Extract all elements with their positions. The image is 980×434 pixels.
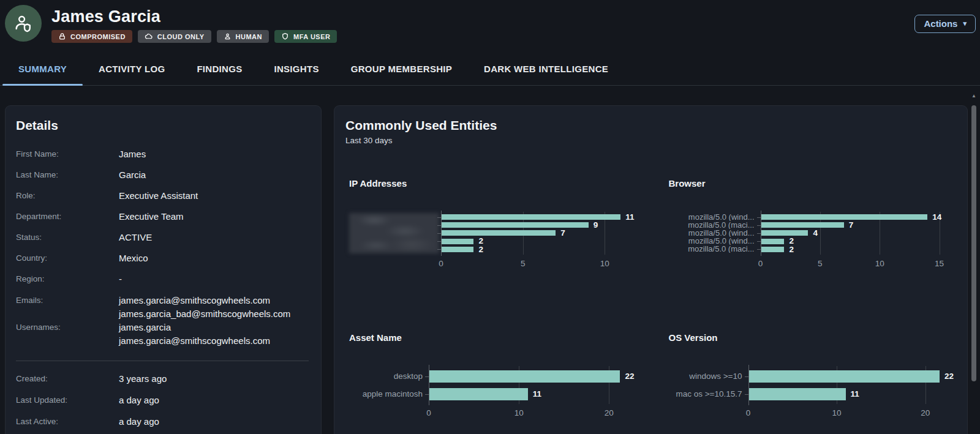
details-row-values: James bbox=[119, 148, 310, 160]
details-row-label: First Name: bbox=[16, 148, 119, 160]
scroll-up-arrow[interactable]: ▲ bbox=[971, 92, 977, 100]
details-row-label: Last Active: bbox=[16, 416, 119, 427]
plot-area: 119722 bbox=[441, 213, 635, 253]
details-row-values: Executive Team bbox=[119, 211, 310, 222]
details-row-value: James bbox=[119, 148, 310, 160]
y-axis-line bbox=[748, 365, 749, 405]
details-row-label: Last Updated: bbox=[16, 394, 119, 406]
scrollbar-thumb[interactable] bbox=[971, 105, 976, 381]
tab-dark-web-intelligence[interactable]: DARK WEB INTELLIGENCE bbox=[468, 52, 624, 85]
actions-button[interactable]: Actions ▾ bbox=[914, 15, 976, 33]
bar-value-label: 4 bbox=[813, 229, 818, 238]
badge-row: COMPROMISEDCLOUD ONLYHUMANMFA USER bbox=[51, 30, 337, 43]
details-row-label: Country: bbox=[16, 252, 119, 264]
x-tick-label: 15 bbox=[935, 259, 944, 268]
chart-body: 1197220510 bbox=[349, 213, 635, 272]
details-row-value: Executive Team bbox=[119, 211, 310, 222]
details-divider bbox=[16, 361, 309, 361]
chart-title-browser: Browser bbox=[669, 178, 954, 189]
cloud-icon bbox=[145, 32, 153, 40]
bar bbox=[441, 214, 620, 220]
bar bbox=[748, 388, 846, 400]
details-row-values: Garcia bbox=[119, 169, 310, 181]
details-row-label: Role: bbox=[16, 190, 119, 201]
chart-body: desktopapple macintosh221101020 bbox=[349, 367, 635, 422]
details-row: Last Updated:a day ago bbox=[16, 394, 310, 406]
y-axis-line bbox=[761, 211, 761, 256]
bar-value-label: 11 bbox=[851, 390, 859, 398]
chart-category-labels: mozilla/5.0 (wind...mozilla/5.0 (maci...… bbox=[669, 213, 761, 253]
bar bbox=[748, 370, 940, 383]
status-badge-human: HUMAN bbox=[217, 30, 269, 43]
details-row: Usernames:james.garciajames.garcia@smith… bbox=[16, 321, 310, 348]
bar-row: 2 bbox=[441, 245, 635, 253]
bar-row: 11 bbox=[748, 385, 954, 403]
category-label: apple macintosh bbox=[349, 385, 423, 403]
category-label: mozilla/5.0 (maci... bbox=[669, 245, 755, 253]
bar-row: 14 bbox=[761, 213, 954, 221]
tab-group-membership[interactable]: GROUP MEMBERSHIP bbox=[335, 52, 468, 85]
bar-row: 22 bbox=[429, 367, 635, 385]
details-row-label: Department: bbox=[16, 211, 119, 222]
details-row-values: 3 years ago bbox=[119, 373, 310, 384]
bar-chart-asset-name: Asset Namedesktopapple macintosh22110102… bbox=[349, 332, 635, 422]
x-tick-label: 5 bbox=[521, 259, 526, 268]
lock-icon bbox=[58, 32, 66, 40]
chart-category-labels: windows >=10mac os >=10.15.7 bbox=[669, 367, 748, 403]
details-row-value: james.garcia_bad@smithscogwheels.com bbox=[119, 307, 310, 321]
details-row-label: Status: bbox=[16, 231, 119, 243]
category-label: mozilla/5.0 (wind... bbox=[669, 237, 755, 245]
bar bbox=[761, 222, 844, 228]
badge-label: HUMAN bbox=[236, 33, 262, 40]
bar-value-label: 22 bbox=[625, 372, 634, 381]
details-row-value: ACTIVE bbox=[119, 231, 310, 243]
details-row: Created:3 years ago bbox=[16, 373, 310, 384]
details-row: First Name:James bbox=[16, 148, 310, 160]
tab-summary[interactable]: SUMMARY bbox=[2, 52, 83, 85]
details-row-value: Garcia bbox=[119, 169, 310, 181]
status-badge-compromised: COMPROMISED bbox=[51, 30, 132, 43]
details-row-value: james.garcia bbox=[119, 321, 310, 334]
entities-title: Commonly Used Entities bbox=[345, 118, 956, 133]
category-label: desktop bbox=[349, 367, 423, 385]
category-label: windows >=10 bbox=[669, 367, 742, 385]
bar-value-label: 2 bbox=[478, 245, 483, 254]
tab-insights[interactable]: INSIGHTS bbox=[258, 52, 334, 85]
details-row-values: a day ago bbox=[119, 394, 310, 406]
user-profile-page: James Garcia COMPROMISEDCLOUD ONLYHUMANM… bbox=[0, 0, 980, 434]
details-row-value: a day ago bbox=[119, 416, 310, 427]
person-icon bbox=[224, 32, 232, 40]
bar-value-label: 14 bbox=[932, 213, 941, 222]
bar bbox=[429, 370, 620, 383]
bar-value-label: 7 bbox=[849, 221, 854, 230]
chart-category-labels bbox=[349, 213, 441, 253]
details-row-label: Region: bbox=[16, 273, 119, 285]
tab-activity-log[interactable]: ACTIVITY LOG bbox=[83, 52, 181, 85]
redacted-ip-labels bbox=[349, 213, 439, 253]
badge-label: CLOUD ONLY bbox=[157, 33, 205, 40]
details-title: Details bbox=[16, 118, 310, 133]
bar-row: 2 bbox=[761, 245, 954, 253]
bar-row: 7 bbox=[761, 221, 954, 229]
details-row-label: Last Name: bbox=[16, 169, 119, 181]
bar-row: 11 bbox=[429, 385, 635, 403]
chart-plot: 221101020 bbox=[748, 367, 954, 422]
bar bbox=[429, 388, 528, 400]
category-label: mozilla/5.0 (maci... bbox=[669, 221, 755, 229]
bar-row: 22 bbox=[748, 367, 954, 385]
bar bbox=[761, 214, 928, 220]
category-label: mozilla/5.0 (wind... bbox=[669, 229, 755, 237]
bar bbox=[761, 239, 785, 244]
bar-value-label: 2 bbox=[789, 245, 794, 254]
x-tick-label: 0 bbox=[439, 259, 443, 268]
page-title-user-name: James Garcia bbox=[51, 7, 337, 26]
bar-row: 7 bbox=[441, 229, 635, 237]
details-row-label: Created: bbox=[16, 373, 119, 384]
tab-findings[interactable]: FINDINGS bbox=[181, 52, 258, 85]
bar-value-label: 22 bbox=[944, 372, 954, 381]
bar bbox=[441, 222, 589, 228]
bar-value-label: 2 bbox=[478, 237, 483, 245]
shield-icon bbox=[281, 32, 289, 40]
details-row-values: james.garcia@smithscogwheels.comjames.ga… bbox=[119, 294, 310, 321]
x-tick-label: 10 bbox=[875, 259, 884, 268]
